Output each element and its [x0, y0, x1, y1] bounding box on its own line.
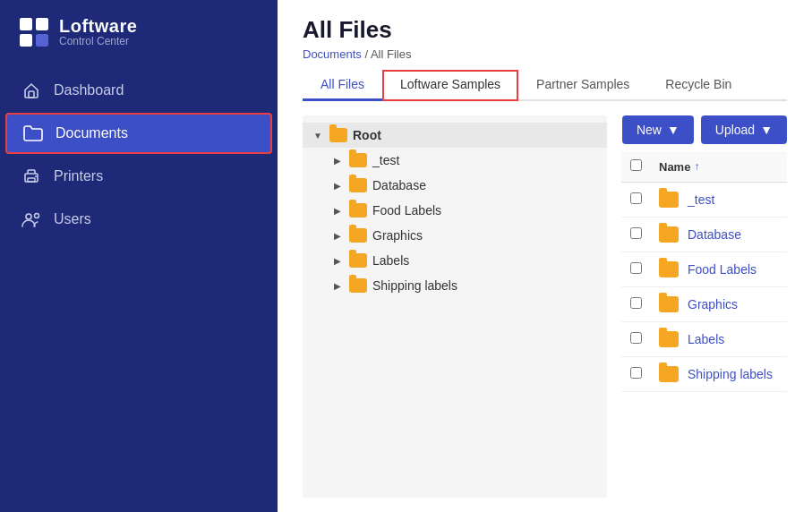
- svg-point-9: [35, 214, 39, 218]
- logo-area: Loftware Control Center: [0, 0, 278, 61]
- folder-icon-0: [349, 153, 367, 167]
- row-checkbox-5[interactable]: [630, 367, 642, 379]
- row-link-3[interactable]: Graphics: [688, 297, 738, 311]
- folder-icon-root: [329, 128, 347, 142]
- svg-rect-1: [36, 18, 48, 30]
- sort-arrow-icon: ↑: [694, 160, 699, 173]
- tree-arrow-0: ▶: [331, 154, 344, 166]
- folder-icon-4: [349, 253, 367, 268]
- table-row: Shipping labels: [621, 357, 787, 392]
- row-checkbox-cell-4: [630, 331, 659, 347]
- sidebar-item-label-documents: Documents: [56, 125, 128, 141]
- svg-rect-6: [28, 178, 35, 182]
- row-name-2: Food Labels: [659, 261, 778, 277]
- row-name-1: Database: [659, 226, 778, 243]
- tree-root-label: Root: [353, 128, 381, 142]
- tree-item-database[interactable]: ▶ Database: [303, 173, 607, 198]
- row-link-0[interactable]: _test: [688, 192, 714, 207]
- main-content: All Files Documents / All Files All File…: [278, 0, 812, 512]
- upload-dropdown-arrow: ▼: [760, 123, 773, 137]
- table-row: _test: [621, 183, 787, 218]
- sidebar-item-label-printers: Printers: [54, 168, 103, 184]
- tree-label-1: Database: [372, 178, 426, 192]
- tree-label-5: Shipping labels: [372, 278, 457, 293]
- folder-icon-3: [349, 228, 367, 243]
- tree-item-test[interactable]: ▶ _test: [303, 148, 607, 173]
- tree-item-graphics[interactable]: ▶ Graphics: [303, 223, 607, 248]
- content-area: ▼ Root ▶ _test ▶ Database ▶ Food Labels …: [278, 101, 812, 512]
- table-row: Labels: [621, 322, 787, 357]
- tree-item-shipping-labels[interactable]: ▶ Shipping labels: [303, 273, 607, 298]
- sidebar-item-documents[interactable]: Documents: [5, 113, 272, 154]
- sidebar-item-printers[interactable]: Printers: [0, 156, 278, 197]
- tree-arrow-2: ▶: [331, 204, 344, 217]
- users-icon: [21, 209, 41, 229]
- select-all-checkbox[interactable]: [630, 159, 642, 171]
- home-icon: [21, 81, 41, 100]
- tab-all-files[interactable]: All Files: [303, 70, 382, 101]
- folder-icon-2: [349, 203, 367, 218]
- breadcrumb: Documents / All Files: [303, 47, 787, 61]
- tree-arrow-1: ▶: [331, 179, 344, 192]
- svg-rect-4: [29, 91, 34, 98]
- row-folder-icon-2: [659, 261, 679, 277]
- folder-icon-1: [349, 178, 367, 192]
- row-checkbox-4[interactable]: [630, 332, 642, 344]
- sidebar: Loftware Control Center Dashboard Docume…: [0, 0, 278, 512]
- table-row: Graphics: [621, 287, 787, 322]
- new-button-label: New: [637, 123, 662, 137]
- tab-bar: All Files Loftware Samples Partner Sampl…: [303, 70, 787, 101]
- tab-loftware-samples[interactable]: Loftware Samples: [382, 70, 518, 101]
- row-name-0: _test: [659, 192, 778, 208]
- tab-partner-samples[interactable]: Partner Samples: [518, 70, 647, 101]
- file-table: Name ↑ _test: [621, 151, 787, 498]
- logo-name: Loftware: [59, 16, 137, 36]
- row-checkbox-cell-3: [630, 296, 659, 312]
- row-link-2[interactable]: Food Labels: [688, 262, 756, 277]
- row-name-4: Labels: [659, 331, 778, 347]
- row-link-5[interactable]: Shipping labels: [688, 367, 773, 381]
- row-checkbox-2[interactable]: [630, 262, 642, 274]
- sidebar-item-users[interactable]: Users: [0, 199, 278, 240]
- sidebar-item-label-dashboard: Dashboard: [54, 82, 124, 98]
- svg-rect-2: [20, 34, 32, 47]
- svg-rect-3: [36, 34, 48, 47]
- row-folder-icon-0: [659, 192, 679, 208]
- tree-item-food-labels[interactable]: ▶ Food Labels: [303, 198, 607, 223]
- new-button[interactable]: New ▼: [622, 115, 694, 144]
- upload-button-label: Upload: [715, 123, 755, 137]
- row-link-1[interactable]: Database: [688, 227, 741, 242]
- file-toolbar: New ▼ Upload ▼: [621, 115, 787, 144]
- row-checkbox-3[interactable]: [630, 297, 642, 309]
- row-link-4[interactable]: Labels: [688, 332, 724, 346]
- row-checkbox-0[interactable]: [630, 192, 642, 204]
- tree-arrow-5: ▶: [331, 279, 344, 292]
- folder-icon-nav: [23, 124, 43, 143]
- row-folder-icon-5: [659, 366, 679, 382]
- tree-arrow-4: ▶: [331, 254, 344, 267]
- breadcrumb-parent[interactable]: Documents: [303, 47, 362, 61]
- row-checkbox-cell-0: [630, 192, 659, 208]
- file-list-panel: New ▼ Upload ▼ Name ↑: [621, 115, 787, 498]
- table-row: Food Labels: [621, 252, 787, 287]
- row-name-3: Graphics: [659, 296, 778, 312]
- sidebar-item-dashboard[interactable]: Dashboard: [0, 70, 278, 111]
- new-dropdown-arrow: ▼: [667, 123, 680, 137]
- row-folder-icon-3: [659, 296, 679, 312]
- breadcrumb-current: All Files: [371, 47, 412, 61]
- row-checkbox-1[interactable]: [630, 227, 642, 239]
- tree-arrow-3: ▶: [331, 229, 344, 242]
- header-checkbox-cell: [630, 158, 659, 175]
- tab-recycle-bin[interactable]: Recycle Bin: [647, 70, 749, 101]
- tree-item-labels[interactable]: ▶ Labels: [303, 248, 607, 273]
- logo-text: Loftware Control Center: [59, 16, 137, 47]
- svg-point-7: [35, 175, 37, 177]
- table-header: Name ↑: [621, 151, 787, 183]
- header-name-cell[interactable]: Name ↑: [659, 160, 778, 174]
- column-name-label: Name: [659, 160, 690, 174]
- upload-button[interactable]: Upload ▼: [701, 115, 787, 144]
- tree-label-2: Food Labels: [372, 203, 441, 218]
- row-folder-icon-4: [659, 331, 679, 347]
- tree-label-3: Graphics: [372, 228, 423, 243]
- tree-root[interactable]: ▼ Root: [303, 123, 607, 148]
